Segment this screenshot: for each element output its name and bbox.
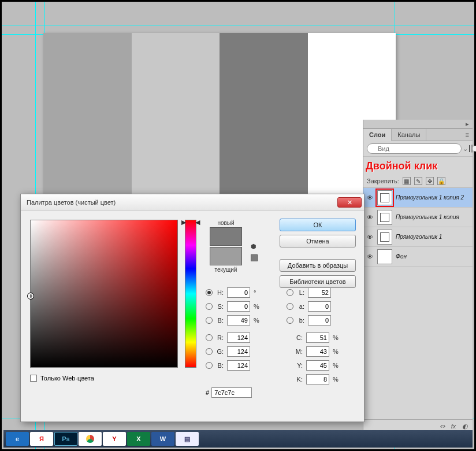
new-label: новый xyxy=(206,220,246,226)
input-bv[interactable] xyxy=(227,315,250,326)
input-g[interactable] xyxy=(227,346,250,357)
taskbar-excel[interactable]: X xyxy=(127,432,150,446)
swatch-column: новый текущий xyxy=(206,220,246,273)
layer-thumbnail[interactable] xyxy=(377,230,392,245)
ok-button[interactable]: ОК xyxy=(280,219,356,231)
input-lb[interactable] xyxy=(308,315,331,326)
radio-r[interactable] xyxy=(206,334,213,341)
swatch-new[interactable] xyxy=(210,227,242,246)
radio-l[interactable] xyxy=(287,289,293,296)
taskbar-word[interactable]: W xyxy=(151,432,174,446)
radio-b[interactable] xyxy=(206,317,213,324)
tab-layers[interactable]: Слои xyxy=(363,129,392,141)
color-cursor[interactable] xyxy=(28,293,34,299)
dialog-body: ▶◀ новый текущий ⬢ ОК Отмена Добавить в … xyxy=(21,210,364,422)
lock-label: Закрепить: xyxy=(367,178,399,184)
radio-h[interactable] xyxy=(206,289,213,296)
input-a[interactable] xyxy=(308,301,331,312)
layer-row[interactable]: 👁 Фон xyxy=(363,247,473,267)
taskbar-photoshop[interactable]: Ps xyxy=(54,432,77,446)
websafe-swatch-icon[interactable] xyxy=(251,254,258,261)
visibility-icon[interactable]: 👁 xyxy=(366,253,374,260)
lock-row: Закрепить: ▦ ✎ ✥ 🔒 xyxy=(363,176,473,187)
layer-row[interactable]: 👁 Прямоугольник 1 копия xyxy=(363,208,473,227)
radio-s[interactable] xyxy=(206,303,213,310)
workspace: ▸ Слои Каналы ≡ ⌄ Двойной клик Закрепить… xyxy=(2,2,474,449)
color-field[interactable] xyxy=(30,220,178,368)
layer-name[interactable]: Прямоугольник 1 xyxy=(396,234,442,240)
mask-icon[interactable]: ◐ xyxy=(461,422,469,430)
layer-name[interactable]: Фон xyxy=(396,253,407,260)
swatch-current[interactable] xyxy=(210,247,242,265)
layer-thumbnail[interactable] xyxy=(377,190,392,205)
radio-bc[interactable] xyxy=(206,362,213,369)
radio-a[interactable] xyxy=(287,303,293,310)
hex-label: # xyxy=(206,389,209,396)
cancel-button[interactable]: Отмена xyxy=(280,235,356,247)
panel-menu-icon[interactable]: ≡ xyxy=(462,129,473,141)
lock-pixels-icon[interactable]: ▦ xyxy=(403,177,411,185)
panel-tabs: Слои Каналы ≡ xyxy=(363,129,473,141)
hue-slider[interactable] xyxy=(185,220,196,368)
input-k[interactable] xyxy=(306,374,329,385)
layer-row[interactable]: 👁 Прямоугольник 1 копия 2 xyxy=(363,188,473,208)
current-label: текущий xyxy=(206,267,246,273)
layers-list: 👁 Прямоугольник 1 копия 2 👁 Прямоугольни… xyxy=(363,187,473,419)
input-r[interactable] xyxy=(227,332,250,343)
taskbar-yandex-browser[interactable]: Y xyxy=(103,432,126,446)
close-icon[interactable]: ✕ xyxy=(337,197,362,208)
panel-collapse-bar[interactable]: ▸ xyxy=(363,120,473,129)
web-only-label: Только Web-цвета xyxy=(40,375,94,382)
taskbar-yandex[interactable]: Я xyxy=(30,432,53,446)
layer-row[interactable]: 👁 Прямоугольник 1 xyxy=(363,227,473,247)
dialog-buttons: ОК Отмена Добавить в образцы Библиотеки … xyxy=(280,219,356,288)
filter-toggle[interactable] xyxy=(471,145,473,153)
dialog-title: Палитра цветов (чистый цвет) xyxy=(27,199,116,206)
hue-slider-handle[interactable]: ▶◀ xyxy=(181,219,200,226)
annotation-text: Двойной клик xyxy=(363,157,473,176)
color-picker-dialog: Палитра цветов (чистый цвет) ✕ ▶◀ новый … xyxy=(20,194,365,422)
filter-type-icon[interactable] xyxy=(469,145,470,152)
layer-name[interactable]: Прямоугольник 1 копия 2 xyxy=(396,194,464,201)
radio-g[interactable] xyxy=(206,348,213,355)
input-s[interactable] xyxy=(227,301,250,312)
lock-brush-icon[interactable]: ✎ xyxy=(414,177,422,185)
web-only-row: Только Web-цвета xyxy=(30,375,94,382)
layer-thumbnail[interactable] xyxy=(377,210,392,225)
layer-filter-input[interactable] xyxy=(367,143,462,154)
input-h[interactable] xyxy=(227,287,250,298)
taskbar: e Я Ps Y X W ▤ xyxy=(3,430,473,448)
radio-lb[interactable] xyxy=(287,317,293,324)
guide-h xyxy=(2,25,474,25)
input-m[interactable] xyxy=(306,346,329,357)
add-swatch-button[interactable]: Добавить в образцы xyxy=(280,259,356,272)
lock-all-icon[interactable]: 🔒 xyxy=(437,177,445,185)
layer-filter-row: ⌄ xyxy=(363,141,473,157)
hex-row: # xyxy=(206,387,252,398)
hex-input[interactable] xyxy=(211,387,252,398)
gamut-warning-icon[interactable]: ⬢ xyxy=(251,243,259,251)
visibility-icon[interactable]: 👁 xyxy=(366,194,374,201)
input-l[interactable] xyxy=(308,287,331,298)
fx-icon[interactable]: fx xyxy=(449,422,458,430)
layers-panel: Слои Каналы ≡ ⌄ Двойной клик Закрепить: … xyxy=(363,129,473,432)
input-bc[interactable] xyxy=(227,360,250,371)
taskbar-chrome[interactable] xyxy=(79,432,102,446)
tab-channels[interactable]: Каналы xyxy=(392,129,426,141)
visibility-icon[interactable]: 👁 xyxy=(366,214,374,221)
input-c[interactable] xyxy=(306,332,329,343)
web-only-checkbox[interactable] xyxy=(30,375,37,382)
taskbar-ie[interactable]: e xyxy=(6,432,29,446)
input-y[interactable] xyxy=(306,360,329,371)
layer-name[interactable]: Прямоугольник 1 копия xyxy=(396,214,459,220)
lock-position-icon[interactable]: ✥ xyxy=(426,177,434,185)
taskbar-notepad[interactable]: ▤ xyxy=(176,432,199,446)
visibility-icon[interactable]: 👁 xyxy=(366,234,374,241)
link-layers-icon[interactable]: ⇔ xyxy=(438,422,446,430)
layer-thumbnail[interactable] xyxy=(377,249,392,264)
dialog-titlebar[interactable]: Палитра цветов (чистый цвет) ✕ xyxy=(21,194,364,210)
